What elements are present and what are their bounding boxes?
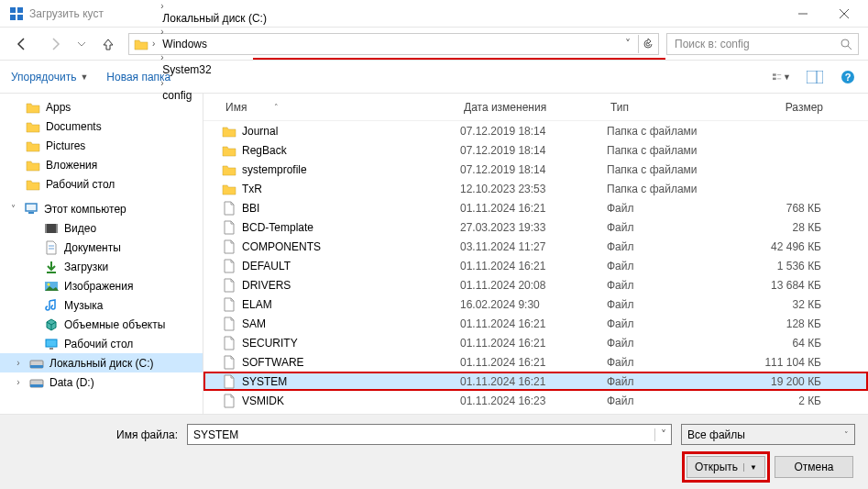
sidebar-item[interactable]: Documents [0,117,203,136]
sidebar-item-label: Музыка [64,299,103,312]
file-row[interactable]: SYSTEM01.11.2024 16:21Файл19 200 КБ [203,372,868,391]
file-size: 32 КБ [735,298,827,311]
expand-icon[interactable]: › [13,358,24,368]
breadcrumb-part[interactable]: System32 [159,63,270,76]
up-button[interactable] [95,31,121,57]
file-type: Файл [607,395,735,407]
svg-line-8 [848,46,852,50]
column-header[interactable]: Имя˄ Дата изменения Тип Размер [203,94,868,121]
svg-rect-27 [46,339,57,347]
col-type[interactable]: Тип [607,101,735,114]
search-input[interactable] [673,37,840,51]
sidebar-item[interactable]: Pictures [0,136,203,155]
col-name[interactable]: Имя [225,101,247,114]
sidebar-item[interactable]: Рабочий стол [0,174,203,194]
file-name: Journal [242,125,278,138]
file-row[interactable]: systemprofile07.12.2019 18:14Папка с фай… [203,160,868,179]
file-date: 01.11.2024 16:21 [460,260,607,272]
file-size: 111 104 КБ [735,356,827,369]
chevron-right-icon: › [159,78,165,88]
file-date: 01.11.2024 16:23 [460,395,607,407]
file-size: 28 КБ [735,221,827,234]
sidebar-item[interactable]: Объемные объекты [0,315,203,334]
file-size: 13 684 КБ [735,279,827,292]
col-size[interactable]: Размер [735,101,827,114]
file-name: TxR [242,183,262,195]
sidebar-item-label: Вложения [46,159,97,172]
col-date[interactable]: Дата изменения [460,101,607,114]
view-options-button[interactable]: ▼ [773,68,791,86]
sidebar-item-label: Видео [64,222,96,235]
folder-icon [134,37,148,51]
file-name: SYSTEM [242,375,287,388]
file-row[interactable]: Journal07.12.2019 18:14Папка с файлами [203,121,868,140]
address-bar[interactable]: › Этот компьютер›Локальный диск (C:)›Win… [128,33,659,55]
breadcrumb-part[interactable]: Windows [159,38,270,50]
file-row[interactable]: SOFTWARE01.11.2024 16:21Файл111 104 КБ [203,352,868,372]
refresh-button[interactable] [638,35,656,53]
svg-rect-32 [30,384,43,387]
sidebar-item-label: Documents [46,120,102,133]
svg-rect-28 [49,348,53,350]
file-type: Файл [607,356,735,369]
file-row[interactable]: VSMIDK01.11.2024 16:23Файл2 КБ [203,391,868,410]
file-type: Папка с файлами [607,125,735,138]
sidebar-item-label: Загрузки [64,261,108,273]
file-type: Файл [607,375,735,388]
sidebar-item[interactable]: Рабочий стол [0,334,203,353]
file-row[interactable]: RegBack07.12.2019 18:14Папка с файлами [203,140,868,160]
filetype-select[interactable]: Все файлы ˅ [681,424,855,445]
sidebar-item[interactable]: ›Data (D:) [0,372,203,392]
preview-pane-button[interactable] [806,68,824,86]
file-size: 768 КБ [735,202,827,215]
filename-dropdown[interactable]: ˅ [654,428,671,441]
file-row[interactable]: DEFAULT01.11.2024 16:21Файл1 536 КБ [203,256,868,275]
file-name: BCD-Template [242,221,313,234]
back-button[interactable] [9,31,35,57]
sidebar-item[interactable]: Музыка [0,295,203,315]
sidebar-item[interactable]: Изображения [0,276,203,295]
svg-rect-0 [10,7,16,13]
help-button[interactable]: ? [839,68,857,86]
sidebar-item[interactable]: Видео [0,218,203,238]
filename-input[interactable] [188,428,654,441]
file-row[interactable]: DRIVERS01.11.2024 20:08Файл13 684 КБ [203,275,868,295]
file-name: systemprofile [242,163,307,176]
sidebar-item[interactable]: Загрузки [0,257,203,276]
expand-icon[interactable]: ˅ [7,204,18,214]
toolbar: Упорядочить ▼ Новая папка ▼ ? [0,61,868,94]
file-row[interactable]: COMPONENTS03.11.2024 11:27Файл42 496 КБ [203,237,868,256]
open-button[interactable]: Открыть ▼ [687,456,765,478]
sidebar-item[interactable]: ›Локальный диск (C:) [0,353,203,372]
file-row[interactable]: ELAM16.02.2024 9:30Файл32 КБ [203,295,868,314]
minimize-button[interactable] [782,0,823,27]
cancel-button[interactable]: Отмена [775,456,853,478]
svg-rect-9 [773,73,776,75]
filename-input-wrap[interactable]: ˅ [187,424,672,445]
search-icon [840,38,852,50]
file-row[interactable]: BCD-Template27.03.2023 19:33Файл28 КБ [203,217,868,237]
sidebar-this-pc[interactable]: ˅ Этот компьютер [0,199,203,218]
sidebar-item-label: Apps [46,101,71,114]
file-date: 07.12.2019 18:14 [460,163,607,176]
organize-menu[interactable]: Упорядочить ▼ [11,71,88,83]
file-size: 64 КБ [735,337,827,350]
sidebar-item[interactable]: Вложения [0,155,203,174]
expand-icon[interactable]: › [13,377,24,387]
file-type: Файл [607,221,735,234]
file-name: SAM [242,317,266,330]
recent-dropdown[interactable] [75,31,88,57]
file-row[interactable]: SECURITY01.11.2024 16:21Файл64 КБ [203,333,868,352]
sidebar-item[interactable]: Документы [0,238,203,257]
file-row[interactable]: SAM01.11.2024 16:21Файл128 КБ [203,314,868,333]
file-type: Папка с файлами [607,183,735,195]
search-box[interactable] [666,33,859,55]
svg-rect-19 [45,224,58,233]
file-row[interactable]: TxR12.10.2023 23:53Папка с файлами [203,179,868,198]
address-dropdown[interactable]: ˅ [620,38,636,50]
app-icon [9,6,24,21]
file-row[interactable]: BBI01.11.2024 16:21Файл768 КБ [203,198,868,217]
close-button[interactable] [823,0,864,27]
forward-button[interactable] [42,31,68,57]
breadcrumb-part[interactable]: Локальный диск (C:) [159,12,270,25]
